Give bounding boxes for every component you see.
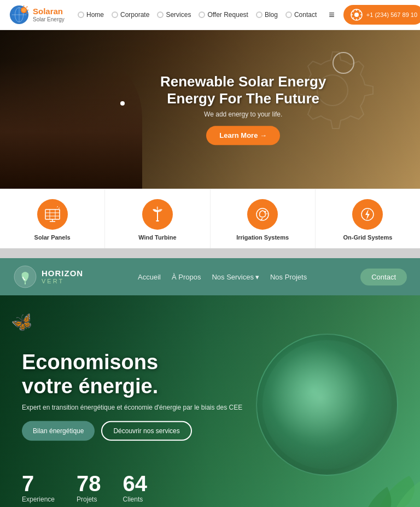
on-grid-icon: [359, 206, 376, 223]
solaran-logo-icon: [9, 4, 30, 25]
solaran-logo-main: Solaran: [33, 7, 65, 16]
hv-nav-projets[interactable]: Nos Projets: [270, 273, 307, 281]
solaran-logo-text: Solaran Solar Energy: [33, 7, 65, 22]
solaran-logo-sub: Solar Energy: [33, 16, 65, 22]
hero-dot-decoration: [120, 101, 125, 106]
stat-projets-label: Projets: [77, 496, 101, 503]
solaran-nav-services[interactable]: Services: [154, 9, 194, 21]
service-on-grid[interactable]: On-Grid Systems: [316, 189, 420, 248]
horizon-hero-desc: Expert en transition énergétique et écon…: [22, 403, 242, 412]
solaran-nav-blog[interactable]: Blog: [253, 9, 281, 21]
nav-radio-home: [78, 11, 84, 18]
solar-panels-label: Solar Panels: [34, 234, 71, 241]
hv-nav-services[interactable]: Nos Services ▾: [212, 273, 259, 281]
phone-gear-icon: [350, 8, 363, 21]
solaran-nav-contact[interactable]: Contact: [282, 9, 320, 21]
nav-radio-contact: [285, 11, 292, 18]
irrigation-icon: [254, 206, 271, 223]
horizon-logo-vert: VERT: [42, 278, 83, 284]
hv-bilan-button[interactable]: Bilan énergétique: [22, 421, 95, 441]
solaran-navbar: Solaran Solar Energy Home Corporate Serv…: [0, 0, 420, 30]
leaves-decoration: [311, 432, 420, 507]
hero-content: Renewable Solar Energy Energy For The Fu…: [160, 73, 326, 145]
horizon-nav-links: Accueil À Propos Nos Services ▾ Nos Proj…: [93, 273, 352, 281]
stat-experience: 7 Experience: [22, 473, 55, 503]
hero-circle-decoration: [332, 52, 354, 74]
service-wind-turbine[interactable]: Wind Turbine: [105, 189, 210, 248]
horizon-logo-text: HORIZON VERT: [42, 269, 83, 285]
solaran-nav-links: Home Corporate Services Offer Request Bl…: [74, 9, 320, 21]
horizon-hero-content: Economisons votre énergie. Expert en tra…: [22, 351, 242, 441]
hero-cta-button[interactable]: Learn More →: [206, 126, 280, 145]
stat-projets: 78 Projets: [77, 473, 101, 503]
svg-point-29: [266, 213, 267, 214]
horizon-logo-horizon: HORIZON: [42, 269, 83, 278]
hv-nav-apropos[interactable]: À Propos: [172, 273, 201, 281]
horizon-logo-icon: [13, 265, 37, 289]
solaran-section: Solaran Solar Energy Home Corporate Serv…: [0, 0, 420, 248]
phone-number: +1 (234) 567 89 10: [366, 11, 417, 18]
nav-radio-blog: [256, 11, 262, 18]
svg-point-12: [354, 13, 359, 17]
nav-radio-services: [157, 11, 164, 18]
solaran-hero: Renewable Solar Energy Energy For The Fu…: [0, 30, 420, 189]
irrigation-systems-label: Irrigation Systems: [236, 234, 289, 241]
services-row: Solar Panels Wind Turbine: [0, 189, 420, 248]
hero-person-silhouette: [0, 46, 142, 189]
nav-radio-offer: [199, 11, 205, 18]
stat-projets-number: 78: [77, 473, 101, 494]
wind-turbine-label: Wind Turbine: [138, 234, 176, 241]
solar-panel-icon: [44, 206, 61, 223]
wind-turbine-icon: [149, 206, 166, 223]
solaran-nav-offer[interactable]: Offer Request: [195, 9, 251, 21]
solaran-nav-home[interactable]: Home: [74, 9, 107, 21]
svg-marker-26: [156, 220, 159, 222]
service-solar-panels[interactable]: Solar Panels: [0, 189, 105, 248]
svg-point-25: [156, 210, 159, 212]
horizon-hero-title: Economisons votre énergie.: [22, 351, 242, 398]
phone-button[interactable]: +1 (234) 567 89 10: [343, 5, 420, 25]
hv-decouvrir-button[interactable]: Découvrir nos services: [101, 421, 191, 441]
section-gap: [0, 248, 420, 258]
svg-rect-14: [45, 209, 60, 219]
stat-clients-label: Clients: [123, 496, 148, 503]
horizon-section: HORIZON VERT Accueil À Propos Nos Servic…: [0, 258, 420, 507]
on-grid-systems-label: On-Grid Systems: [343, 234, 392, 241]
wind-turbine-icon-circle: [142, 199, 173, 230]
leaves-svg: [311, 432, 420, 507]
svg-point-6: [22, 8, 26, 13]
horizon-hero: 🦋 Economisons votre énergie. Expert en t…: [0, 295, 420, 507]
on-grid-icon-circle: [352, 199, 383, 230]
horizon-logo[interactable]: HORIZON VERT: [13, 265, 84, 289]
hero-subtitle: We add energy to your life.: [160, 111, 326, 119]
hero-title: Renewable Solar Energy Energy For The Fu…: [160, 73, 326, 107]
irrigation-icon-circle: [247, 199, 278, 230]
svg-point-28: [265, 211, 266, 213]
svg-line-21: [57, 206, 58, 207]
hamburger-icon[interactable]: ≡: [329, 9, 335, 21]
service-irrigation[interactable]: Irrigation Systems: [211, 189, 316, 248]
svg-line-22: [59, 208, 60, 208]
stat-clients: 64 Clients: [123, 473, 148, 503]
solar-panel-icon-circle: [37, 199, 68, 230]
svg-line-8: [26, 7, 27, 8]
horizon-stats: 7 Experience 78 Projets 64 Clients: [22, 473, 147, 503]
stat-experience-number: 7: [22, 473, 55, 494]
solaran-logo[interactable]: Solaran Solar Energy: [9, 4, 69, 25]
stat-clients-number: 64: [123, 473, 148, 494]
hv-contact-button[interactable]: Contact: [360, 269, 407, 285]
horizon-hero-buttons: Bilan énergétique Découvrir nos services: [22, 421, 242, 441]
solaran-nav-corporate[interactable]: Corporate: [108, 9, 153, 21]
stat-experience-label: Experience: [22, 496, 55, 503]
hv-nav-accueil[interactable]: Accueil: [138, 273, 161, 281]
horizon-navbar: HORIZON VERT Accueil À Propos Nos Servic…: [0, 258, 420, 295]
nav-radio-corporate: [112, 11, 118, 18]
